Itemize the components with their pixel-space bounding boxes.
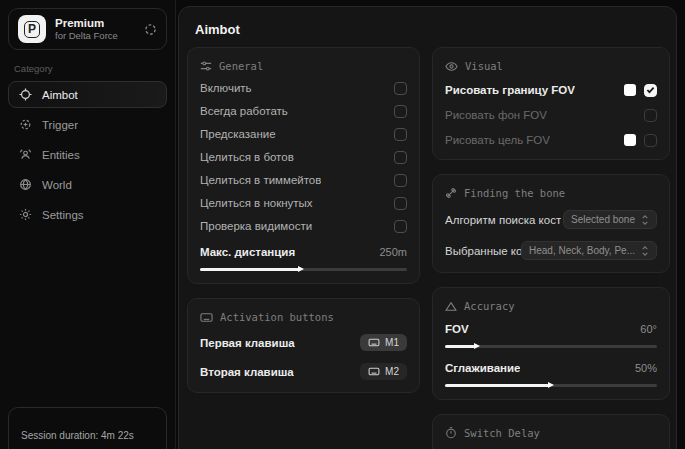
panel-title: Activation buttons [220,311,334,323]
main-content: Aimbot General Включить Всегда работать [178,6,677,449]
trigger-icon [19,118,32,131]
keybind-label: Вторая клавиша [200,366,294,378]
slider-label: FOV [445,323,469,335]
panel-title: Finding the bone [464,187,565,199]
toggle-label: Предсказание [200,128,276,140]
selected-bones-select[interactable]: Head, Neck, Body, Pe... [521,241,657,260]
sync-icon[interactable] [144,23,157,36]
sidebar: P Premium for Delta Force Category Aimbo… [0,0,176,449]
checkbox-draw-fov-target[interactable] [644,134,657,147]
visual-label: Рисовать фон FOV [445,109,547,121]
sidebar-item-label: Aimbot [42,89,78,101]
checkbox-draw-fov-background[interactable] [644,109,657,122]
select-label: Алгоритм поиска кост [445,214,561,226]
bone-algorithm-select[interactable]: Selected bone [563,210,657,229]
license-title: Premium [55,17,135,29]
slider-value: 60° [640,323,657,335]
toggle-label: Целиться в тиммейтов [200,174,321,186]
keyboard-icon [368,367,380,376]
panel-title: Accuracy [464,300,515,312]
panel-title: Switch Delay [464,427,540,439]
keybind-button-2[interactable]: M2 [360,363,407,380]
panel-general: General Включить Всегда работать Предска… [187,47,420,284]
sidebar-item-settings[interactable]: Settings [8,201,167,228]
keyboard-icon [368,338,380,347]
chevron-up-down-icon [641,246,649,256]
clock-icon [445,427,457,439]
category-label: Category [14,63,161,74]
sidebar-item-trigger[interactable]: Trigger [8,111,167,138]
checkbox-target-bots[interactable] [394,151,407,164]
smoothing-slider[interactable] [445,384,657,387]
slider-value: 250m [379,246,407,258]
license-card: P Premium for Delta Force [8,8,167,50]
panel-finding-bone: Finding the bone Алгоритм поиска кост Se… [432,174,670,273]
slider-value: 50% [635,362,657,374]
toggle-label: Проверка видимости [200,220,312,232]
keybind-label: Первая клавиша [200,337,295,349]
session-duration: Session duration: 4m 22s [21,430,134,441]
panel-visual: Visual Рисовать границу FOV [432,47,670,160]
slider-label: Сглаживание [445,362,520,374]
session-card: Session duration: 4m 22s [8,407,167,449]
page-title: Aimbot [195,22,676,37]
sidebar-item-label: Settings [42,209,84,221]
visual-label: Рисовать границу FOV [445,84,575,96]
sidebar-item-aimbot[interactable]: Aimbot [8,81,167,108]
app-logo: P [18,15,46,43]
eye-icon [445,61,458,72]
license-subtitle: for Delta Force [55,30,135,41]
sidebar-item-label: Entities [42,149,80,161]
panel-activation-buttons: Activation buttons Первая клавиша M1 [187,298,420,393]
fov-slider[interactable] [445,345,657,348]
sidebar-item-label: World [42,179,72,191]
toggle-label: Всегда работать [200,105,288,117]
max-distance-slider[interactable] [200,268,407,271]
sidebar-item-entities[interactable]: Entities [8,141,167,168]
checkbox-target-teammates[interactable] [394,174,407,187]
checkbox-draw-fov-border[interactable] [644,84,657,97]
checkbox-visibility-check[interactable] [394,220,407,233]
checkbox-always-work[interactable] [394,105,407,118]
color-swatch[interactable] [624,84,636,96]
toggle-label: Целиться в ботов [200,151,294,163]
logo-letter: P [24,21,40,38]
panel-accuracy: Accuracy FOV 60° Сглаживание 50% [432,287,670,400]
select-label: Выбранные кос [445,245,527,257]
color-swatch[interactable] [624,134,636,146]
crosshair-icon [19,88,32,101]
entities-icon [19,148,32,161]
sidebar-item-label: Trigger [42,119,78,131]
keyboard-icon [200,312,213,323]
globe-icon [19,178,32,191]
sliders-icon [200,60,212,72]
panel-title: General [219,60,263,72]
sidebar-item-world[interactable]: World [8,171,167,198]
panel-switch-delay: Switch Delay Задержка переключения Задер… [432,414,670,449]
check-icon [646,86,655,94]
triangle-icon [445,301,457,312]
toggle-label: Включить [200,82,252,94]
app-window: P Premium for Delta Force Category Aimbo… [0,0,685,449]
visual-label: Рисовать цель FOV [445,134,550,146]
checkbox-enable[interactable] [394,82,407,95]
checkbox-target-knocked[interactable] [394,197,407,210]
toggle-label: Целиться в нокнутых [200,197,313,209]
slider-label: Макс. дистанция [200,246,295,258]
bone-icon [445,187,457,199]
chevron-up-down-icon [641,215,649,225]
panel-title: Visual [465,60,503,72]
keybind-button-1[interactable]: M1 [360,334,407,351]
checkbox-prediction[interactable] [394,128,407,141]
gear-icon [19,208,32,221]
